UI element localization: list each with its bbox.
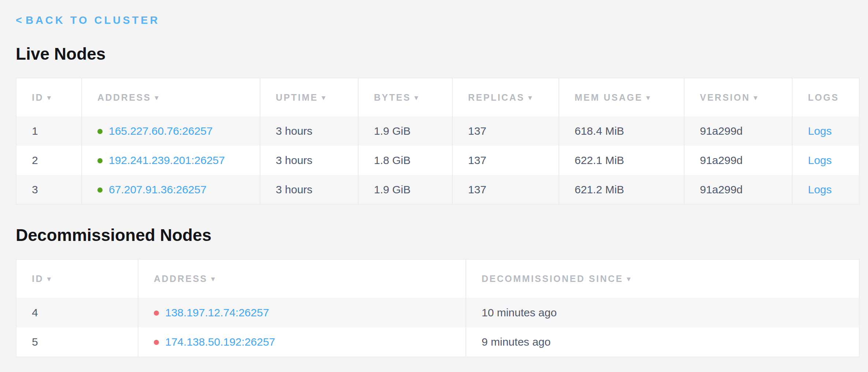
- cell-address: 138.197.12.74:26257: [138, 298, 466, 327]
- cell-address: 192.241.239.201:26257: [82, 146, 260, 175]
- cell-mem-usage: 622.1 MiB: [559, 146, 684, 175]
- sort-arrow-icon: ▾: [155, 93, 160, 102]
- col-header-id[interactable]: ID▾: [16, 78, 82, 116]
- sort-arrow-icon: ▾: [415, 93, 419, 102]
- cell-replicas: 137: [452, 116, 559, 146]
- sort-arrow-icon: ▾: [47, 93, 52, 102]
- live-status-dot-icon: [97, 158, 103, 163]
- decommissioned-nodes-table: ID▾ ADDRESS▾ DECOMMISSIONED SINCE▾ 4 138…: [16, 259, 860, 357]
- cell-node-id: 5: [16, 327, 138, 357]
- cell-logs: Logs: [792, 146, 859, 175]
- cell-node-id: 1: [16, 116, 82, 146]
- sort-arrow-icon: ▾: [754, 93, 758, 102]
- back-chevron-icon: <: [16, 14, 22, 26]
- cell-version: 91a299d: [684, 146, 792, 175]
- back-to-cluster-link[interactable]: <BACK TO CLUSTER: [16, 15, 160, 26]
- live-nodes-title: Live Nodes: [16, 45, 868, 62]
- col-header-bytes[interactable]: BYTES▾: [358, 78, 452, 116]
- back-link-label: BACK TO CLUSTER: [26, 14, 160, 26]
- cell-uptime: 3 hours: [260, 146, 358, 175]
- table-row: 3 67.207.91.36:26257 3 hours 1.9 GiB 137…: [16, 175, 859, 204]
- cell-node-id: 2: [16, 146, 82, 175]
- cell-address: 165.227.60.76:26257: [82, 116, 260, 146]
- table-row: 1 165.227.60.76:26257 3 hours 1.9 GiB 13…: [16, 116, 859, 146]
- col-header-address[interactable]: ADDRESS▾: [138, 259, 466, 298]
- col-header-address[interactable]: ADDRESS▾: [82, 78, 260, 116]
- cell-mem-usage: 621.2 MiB: [559, 175, 684, 204]
- cell-address: 174.138.50.192:26257: [138, 327, 466, 357]
- cell-replicas: 137: [452, 146, 559, 175]
- cell-version: 91a299d: [684, 175, 792, 204]
- decommissioned-status-dot-icon: [154, 340, 159, 345]
- cell-address: 67.207.91.36:26257: [82, 175, 260, 204]
- sort-arrow-icon: ▾: [211, 275, 216, 283]
- cell-mem-usage: 618.4 MiB: [559, 116, 684, 146]
- decommissioned-status-dot-icon: [154, 310, 159, 316]
- col-header-mem-usage[interactable]: MEM USAGE▾: [559, 78, 684, 116]
- cell-decommissioned-since: 9 minutes ago: [466, 327, 859, 357]
- cell-bytes: 1.9 GiB: [358, 175, 452, 204]
- live-status-dot-icon: [97, 187, 103, 193]
- col-header-id[interactable]: ID▾: [16, 259, 138, 298]
- live-status-dot-icon: [97, 129, 103, 134]
- cell-decommissioned-since: 10 minutes ago: [466, 298, 859, 327]
- cell-uptime: 3 hours: [260, 175, 358, 204]
- sort-arrow-icon: ▾: [47, 275, 52, 283]
- cell-version: 91a299d: [684, 116, 792, 146]
- col-header-replicas[interactable]: REPLICAS▾: [452, 78, 559, 116]
- table-row: 2 192.241.239.201:26257 3 hours 1.8 GiB …: [16, 146, 859, 175]
- logs-link[interactable]: Logs: [808, 154, 832, 166]
- col-header-version[interactable]: VERSION▾: [684, 78, 792, 116]
- cell-node-id: 4: [16, 298, 138, 327]
- logs-link[interactable]: Logs: [808, 125, 832, 137]
- live-nodes-table: ID▾ ADDRESS▾ UPTIME▾ BYTES▾ REPLICAS▾ ME…: [16, 78, 860, 205]
- cell-uptime: 3 hours: [260, 116, 358, 146]
- cell-bytes: 1.8 GiB: [358, 146, 452, 175]
- table-row: 5 174.138.50.192:26257 9 minutes ago: [16, 327, 859, 357]
- table-header-row: ID▾ ADDRESS▾ UPTIME▾ BYTES▾ REPLICAS▾ ME…: [16, 78, 859, 116]
- decommissioned-nodes-title: Decommissioned Nodes: [16, 227, 868, 243]
- sort-arrow-icon: ▾: [627, 275, 632, 283]
- col-header-logs: LOGS: [792, 78, 859, 116]
- node-address-link[interactable]: 138.197.12.74:26257: [165, 306, 269, 319]
- table-row: 4 138.197.12.74:26257 10 minutes ago: [16, 298, 859, 327]
- col-header-uptime[interactable]: UPTIME▾: [260, 78, 358, 116]
- sort-arrow-icon: ▾: [646, 93, 651, 102]
- cell-bytes: 1.9 GiB: [358, 116, 452, 146]
- node-address-link[interactable]: 174.138.50.192:26257: [165, 336, 275, 348]
- cell-replicas: 137: [452, 175, 559, 204]
- node-address-link[interactable]: 192.241.239.201:26257: [109, 154, 225, 166]
- cell-logs: Logs: [792, 116, 859, 146]
- sort-arrow-icon: ▾: [322, 93, 326, 102]
- node-address-link[interactable]: 165.227.60.76:26257: [109, 125, 213, 137]
- logs-link[interactable]: Logs: [808, 183, 832, 196]
- cell-logs: Logs: [792, 175, 859, 204]
- sort-arrow-icon: ▾: [528, 93, 533, 102]
- cell-node-id: 3: [16, 175, 82, 204]
- page-content: <BACK TO CLUSTER Live Nodes ID▾ ADDRESS▾…: [0, 0, 868, 357]
- col-header-decommissioned-since[interactable]: DECOMMISSIONED SINCE▾: [466, 259, 859, 298]
- table-header-row: ID▾ ADDRESS▾ DECOMMISSIONED SINCE▾: [16, 259, 859, 298]
- node-address-link[interactable]: 67.207.91.36:26257: [109, 183, 207, 196]
